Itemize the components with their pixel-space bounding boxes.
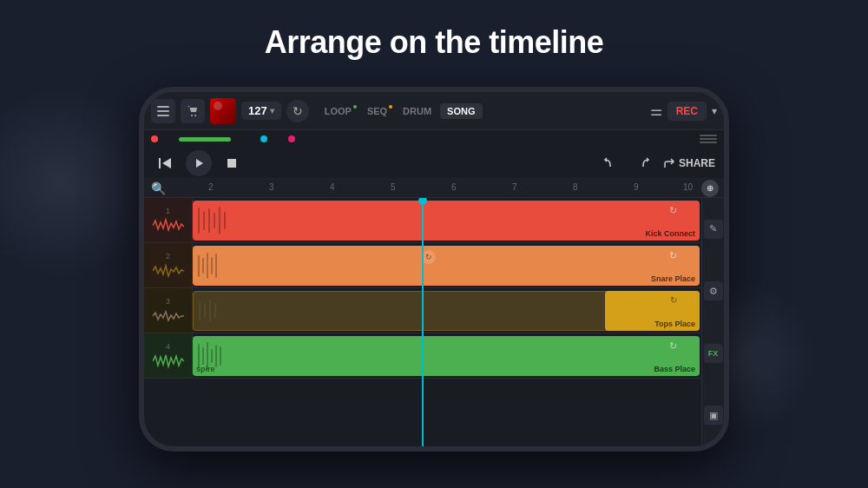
album-art[interactable] [210, 98, 236, 124]
prog-bar-green [179, 137, 231, 142]
phone-btn-volume-right [728, 214, 729, 257]
ruler-num-7: 7 [512, 182, 517, 192]
mode-loop[interactable]: LOOP [318, 103, 358, 119]
ruler-num-9: 9 [634, 182, 639, 192]
stop-button[interactable] [219, 150, 245, 176]
svg-point-4 [194, 115, 196, 116]
svg-rect-0 [157, 106, 169, 108]
ruler-num-6: 6 [451, 182, 457, 192]
prog-line-2 [700, 138, 717, 140]
search-icon[interactable]: 🔍 [151, 181, 166, 195]
folder-side-button[interactable]: ▣ [704, 406, 723, 425]
mode-tabs: LOOP SEQ DRUM SONG [318, 103, 483, 119]
ruler-ticks: 2 3 4 5 6 7 8 9 10 ⊕ [193, 179, 724, 197]
track-row-3: 3 [144, 288, 724, 333]
toolbar-right: ⚌ REC ▾ [650, 102, 717, 121]
tempo-icon[interactable]: ↻ [286, 100, 309, 122]
mode-drum[interactable]: DRUM [396, 103, 438, 119]
toolbar-chevron[interactable]: ▾ [712, 105, 717, 117]
screen: 127 ▾ ↻ LOOP SEQ DRUM SONG [144, 92, 724, 446]
svg-rect-5 [159, 158, 161, 168]
waveform-2 [153, 262, 184, 280]
rec-button[interactable]: REC [667, 102, 707, 121]
clip-3-loop-icon: ↻ [670, 295, 677, 305]
fx-side-button[interactable]: FX [704, 344, 723, 363]
ruler-num-5: 5 [391, 182, 396, 192]
prog-dot-cyan [260, 135, 267, 142]
ruler-num-8: 8 [573, 182, 578, 192]
settings-side-button[interactable]: ⚙ [704, 281, 723, 300]
undo-button[interactable] [597, 150, 623, 176]
svg-rect-8 [227, 159, 236, 168]
share-button[interactable]: SHARE [663, 157, 715, 169]
undo-redo [597, 150, 656, 176]
ruler-num-4: 4 [330, 182, 335, 192]
svg-marker-6 [162, 158, 171, 168]
track-content-1[interactable]: ↻ Kick Connect [193, 198, 724, 242]
track-content-2[interactable]: ↻ ↻ Snare Place [193, 243, 724, 287]
track-label-2: 2 [144, 243, 193, 287]
phone-btn-power [728, 179, 729, 201]
loop-icon-4: ↻ [669, 340, 677, 352]
clip-name-2: Snare Place [651, 274, 695, 283]
svg-rect-1 [157, 110, 169, 112]
track-content-4[interactable]: spire ↻ Bass Place [193, 333, 724, 378]
ruler-zoom-button[interactable]: ⊕ [701, 180, 719, 197]
seq-dot [389, 105, 392, 109]
clip-2-main[interactable]: ↻ ↻ Snare Place [193, 246, 700, 286]
bpm-display[interactable]: 127 ▾ [241, 102, 281, 120]
svg-rect-2 [157, 115, 169, 116]
track-label-1: 1 [144, 198, 193, 242]
ruler-num-2: 2 [208, 182, 214, 192]
track-label-4: 4 [144, 333, 193, 378]
svg-marker-7 [196, 159, 203, 168]
bpm-value: 127 [248, 104, 267, 117]
menu-button[interactable] [151, 99, 175, 123]
loop-icon-1: ↻ [669, 205, 677, 216]
track-num-4: 4 [166, 342, 170, 351]
eq-icon[interactable]: ⚌ [650, 102, 662, 119]
prog-line-1 [700, 135, 717, 136]
clip-name-3: Tops Place [654, 320, 695, 328]
main-toolbar: 127 ▾ ↻ LOOP SEQ DRUM SONG [144, 92, 724, 130]
transport-bar: SHARE [144, 148, 724, 179]
track-row-1: 1 [144, 198, 724, 243]
track-label-3: 3 [144, 288, 193, 333]
main-heading: Arrange on the timeline [0, 24, 868, 61]
svg-point-3 [191, 115, 193, 116]
progress-row [144, 130, 724, 148]
redo-button[interactable] [630, 150, 656, 176]
clip-3-yellow[interactable]: ↻ Tops Place [605, 291, 700, 331]
clip-name-1: Kick Connect [645, 229, 695, 238]
cart-button[interactable] [181, 99, 205, 123]
skip-back-button[interactable] [153, 150, 179, 176]
ruler-num-10: 10 [683, 182, 693, 192]
clip-name-4: Bass Place [654, 365, 695, 373]
play-button[interactable] [186, 150, 212, 176]
clip-4-main[interactable]: spire ↻ Bass Place [193, 336, 700, 376]
bpm-chevron: ▾ [270, 106, 274, 115]
track-num-1: 1 [166, 207, 170, 215]
clip-1-main[interactable]: ↻ Kick Connect [193, 201, 700, 241]
track-num-3: 3 [166, 297, 170, 306]
ruler-num-3: 3 [269, 182, 274, 192]
mode-song[interactable]: SONG [440, 103, 482, 119]
prog-line-3 [700, 142, 717, 143]
track-row-4: 4 [144, 333, 724, 379]
bg-blob-left [0, 87, 156, 278]
loop-dot [353, 105, 357, 109]
loop-icon-2: ↻ [669, 250, 677, 261]
share-label: SHARE [679, 157, 715, 169]
track-content-3[interactable]: ↻ Tops Place [193, 288, 724, 333]
mode-seq[interactable]: SEQ [360, 103, 394, 119]
track-num-2: 2 [166, 252, 170, 260]
prog-lines [700, 135, 717, 143]
loop-handle-2: ↻ [422, 250, 436, 264]
waveform-1 [153, 217, 184, 234]
phone-btn-volume [139, 196, 140, 227]
clip-4-left-label: spire [196, 365, 215, 373]
ruler: 🔍 2 3 4 5 6 7 8 9 10 ⊕ [144, 179, 724, 198]
edit-side-button[interactable]: ✎ [704, 220, 723, 239]
waveform-4 [153, 353, 184, 370]
prog-dot-pink [288, 135, 295, 142]
